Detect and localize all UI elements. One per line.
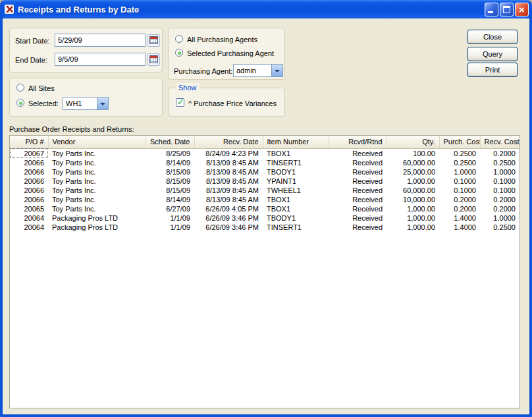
close-button[interactable]: Close	[467, 30, 518, 44]
column-header[interactable]: Rcvd/Rtnd	[329, 136, 386, 148]
table-cell: 1.0000	[439, 167, 480, 177]
table-row[interactable]: 20065Toy Parts Inc.6/27/096/26/09 4:05 P…	[10, 204, 519, 213]
show-group: Show ^ Purchase Price Variances	[169, 88, 285, 117]
table-cell: Received	[329, 148, 386, 158]
start-date-calendar-button[interactable]	[147, 34, 160, 47]
column-header[interactable]: Purch. Cost	[439, 136, 480, 148]
chevron-down-icon[interactable]	[97, 97, 108, 109]
query-button[interactable]: Query	[467, 47, 518, 61]
receipts-table-body: 20067Toy Parts Inc.8/25/098/24/09 4:23 P…	[10, 148, 519, 232]
table-cell: 6/26/09 3:46 PM	[194, 213, 263, 223]
selected-purchasing-agent-radio[interactable]	[175, 49, 183, 57]
table-cell: 20066	[10, 195, 48, 204]
table-cell: 8/13/09 8:45 AM	[194, 186, 263, 195]
table-cell: 60,000.00	[386, 158, 439, 167]
table-cell: 8/15/09	[146, 186, 194, 195]
end-date-calendar-button[interactable]	[147, 53, 160, 66]
table-cell: 0.1000	[480, 177, 519, 186]
table-cell: 0.2500	[480, 223, 519, 232]
table-row[interactable]: 20064Packaging Pros LTD1/1/096/26/09 3:4…	[10, 223, 519, 232]
receipts-grid: P/O #VendorSched. DateRecv. DateItem Num…	[9, 135, 520, 408]
table-cell: 1,000.00	[386, 204, 439, 213]
column-header[interactable]: Sched. Date	[146, 136, 194, 148]
print-button[interactable]: Print	[467, 63, 518, 77]
maximize-button[interactable]	[500, 3, 514, 16]
table-cell: 8/13/09 8:45 AM	[194, 158, 263, 167]
selected-purchasing-agent-label: Selected Purchasing Agent	[187, 49, 274, 58]
table-cell: 20066	[10, 158, 48, 167]
table-cell: 20066	[10, 177, 48, 186]
table-cell: 1.4000	[439, 223, 480, 232]
table-row[interactable]: 20066Toy Parts Inc.8/14/098/13/09 8:45 A…	[10, 158, 519, 167]
site-value: WH1	[66, 99, 82, 107]
table-cell: TBODY1	[263, 167, 329, 177]
table-row[interactable]: 20066Toy Parts Inc.8/15/098/13/09 8:45 A…	[10, 186, 519, 195]
table-cell: 6/26/09 4:05 PM	[194, 204, 263, 213]
purchase-price-variances-checkbox[interactable]	[176, 98, 184, 107]
table-cell: 8/15/09	[146, 167, 194, 177]
purchasing-agent-select[interactable]: admin	[233, 64, 283, 77]
table-cell: 1.4000	[439, 213, 480, 223]
table-cell: Received	[329, 195, 386, 204]
table-cell: TBODY1	[263, 213, 329, 223]
table-cell: 60,000.00	[386, 186, 439, 195]
site-select[interactable]: WH1	[63, 97, 109, 110]
close-window-button[interactable]: ×	[515, 3, 529, 16]
all-purchasing-agents-label: All Purchasing Agents	[187, 35, 257, 44]
sites-group: All Sites Selected: WH1	[9, 78, 163, 117]
table-row[interactable]: 20066Toy Parts Inc.8/14/098/13/09 8:45 A…	[10, 195, 519, 204]
column-header[interactable]: Recv. Date	[194, 136, 263, 148]
purchase-price-variances-label: ^ Purchase Price Variances	[188, 99, 277, 108]
table-row[interactable]: 20066Toy Parts Inc.8/15/098/13/09 8:45 A…	[10, 167, 519, 177]
table-cell: 1.0000	[480, 167, 519, 177]
table-cell: 0.1000	[439, 177, 480, 186]
all-sites-label: All Sites	[28, 84, 55, 93]
table-cell: 20066	[10, 186, 48, 195]
column-header[interactable]: Qty.	[386, 136, 439, 148]
table-cell: 20066	[10, 167, 48, 177]
table-cell: Toy Parts Inc.	[48, 177, 146, 186]
table-cell: 1,000.00	[386, 177, 439, 186]
app-icon	[4, 4, 14, 14]
minimize-icon	[488, 11, 493, 13]
table-cell: 8/13/09 8:45 AM	[194, 177, 263, 186]
end-date-input[interactable]	[55, 53, 146, 66]
purchasing-agent-value: admin	[236, 67, 256, 74]
table-cell: Toy Parts Inc.	[48, 195, 146, 204]
dialog-body: Start Date: End Date: All Purchasing Age…	[3, 18, 529, 414]
table-cell: Received	[329, 223, 386, 232]
chevron-down-icon[interactable]	[271, 65, 282, 76]
table-cell: Received	[329, 213, 386, 223]
table-cell: 8/24/09 4:23 PM	[194, 148, 263, 158]
table-cell: 1.0000	[480, 213, 519, 223]
maximize-icon	[503, 6, 510, 13]
all-sites-radio[interactable]	[16, 84, 24, 92]
titlebar[interactable]: Receipts and Returns by Date ×	[0, 0, 532, 18]
column-header[interactable]: Vendor	[48, 136, 146, 148]
close-icon: ×	[516, 3, 528, 16]
column-header[interactable]: Recv. Cost	[480, 136, 519, 148]
table-row[interactable]: 20066Toy Parts Inc.8/15/098/13/09 8:45 A…	[10, 177, 519, 186]
table-cell: 0.1000	[439, 186, 480, 195]
minimize-button[interactable]	[485, 3, 498, 16]
table-cell: 8/13/09 8:45 AM	[194, 195, 263, 204]
column-header[interactable]: P/O #	[10, 136, 48, 148]
all-purchasing-agents-radio[interactable]	[175, 35, 183, 43]
table-cell: 0.2000	[439, 204, 480, 213]
selected-site-radio[interactable]	[16, 99, 24, 107]
table-cell: Toy Parts Inc.	[48, 204, 146, 213]
selected-site-label: Selected:	[28, 99, 59, 108]
header-row: P/O #VendorSched. DateRecv. DateItem Num…	[10, 136, 519, 148]
purchasing-agent-field-label: Purchasing Agent:	[174, 67, 232, 76]
grid-caption: Purchase Order Receipts and Returns:	[9, 125, 134, 133]
table-cell: TBOX1	[263, 148, 329, 158]
table-cell: Received	[329, 204, 386, 213]
table-cell: TINSERT1	[263, 223, 329, 232]
table-row[interactable]: 20067Toy Parts Inc.8/25/098/24/09 4:23 P…	[10, 148, 519, 158]
table-cell: Packaging Pros LTD	[48, 213, 146, 223]
table-row[interactable]: 20064Packaging Pros LTD1/1/096/26/09 3:4…	[10, 213, 519, 223]
show-group-caption: Show	[176, 83, 200, 92]
table-cell: 1,000.00	[386, 213, 439, 223]
column-header[interactable]: Item Number	[263, 136, 329, 148]
start-date-input[interactable]	[55, 34, 146, 47]
